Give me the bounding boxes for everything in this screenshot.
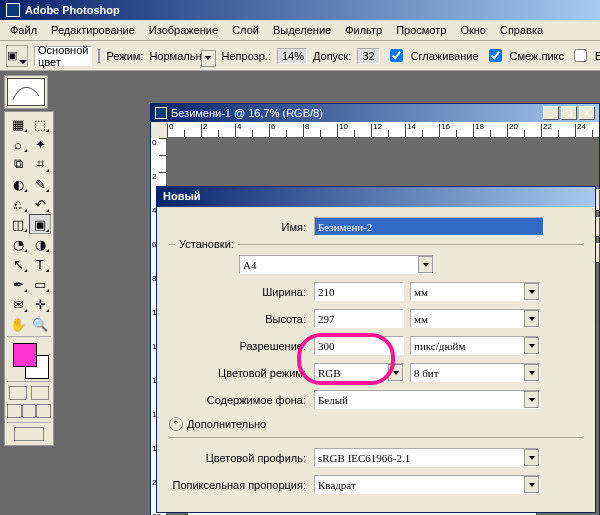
app-titlebar: Adobe Photoshop (0, 0, 600, 20)
contiguous-checkbox[interactable] (489, 49, 502, 62)
all-layers-label: Все (595, 50, 600, 62)
pixel-aspect-select[interactable]: Квадрат (314, 475, 540, 494)
contiguous-label: Смеж.пикс (510, 50, 564, 62)
notes-tool[interactable]: ✉ (7, 294, 29, 314)
menubar: Файл Редактирование Изображение Слой Выд… (0, 20, 600, 41)
shape-tool[interactable]: ▭ (29, 274, 51, 294)
menu-view[interactable]: Просмотр (390, 22, 452, 38)
quickmask-mode-icon[interactable] (31, 386, 49, 400)
color-mode-select[interactable]: RGB (314, 363, 404, 382)
maximize-button[interactable]: □ (561, 106, 577, 120)
history-brush-tool[interactable]: ↶ (29, 194, 51, 214)
stamp-tool[interactable]: ⎌ (7, 194, 29, 214)
antialias-checkbox[interactable] (390, 49, 403, 62)
app-title: Adobe Photoshop (25, 4, 120, 16)
pen-tool[interactable]: ✒ (7, 274, 29, 294)
screen-mode-1-icon[interactable] (7, 404, 22, 418)
all-layers-checkbox[interactable] (574, 49, 587, 62)
options-bar: ▣ Основной цвет Режим: Нормальный Непроз… (0, 41, 600, 71)
jump-to-icon[interactable] (14, 427, 44, 441)
slice-tool[interactable]: ⌗ (29, 154, 51, 174)
app-icon (6, 3, 20, 17)
height-label: Высота: (169, 313, 314, 325)
color-swatches[interactable] (7, 339, 51, 379)
tolerance-value[interactable]: 32 (357, 48, 379, 64)
document-thumbnail[interactable] (7, 78, 45, 106)
minimize-button[interactable]: _ (543, 106, 559, 120)
name-label: Имя: (169, 221, 314, 233)
close-button[interactable]: × (579, 106, 595, 120)
height-unit-select[interactable]: мм (410, 309, 540, 328)
menu-filter[interactable]: Фильтр (339, 22, 388, 38)
preset-select[interactable]: A4 (239, 255, 434, 274)
screen-mode-2-icon[interactable] (22, 404, 37, 418)
lasso-tool[interactable]: ⌕ (7, 134, 29, 154)
menu-file[interactable]: Файл (4, 22, 43, 38)
blur-tool[interactable]: ◔ (7, 234, 29, 254)
resolution-unit-select[interactable]: пикс/дюйм (410, 336, 540, 355)
eyedropper-tool[interactable]: ✛ (29, 294, 51, 314)
screen-mode-3-icon[interactable] (36, 404, 51, 418)
color-swatch-icon[interactable] (98, 49, 100, 63)
path-tool[interactable]: ↖ (7, 254, 29, 274)
chevron-icon: ⌃ (169, 417, 183, 431)
tolerance-label: Допуск: (313, 50, 351, 62)
heal-tool[interactable]: ◐ (7, 174, 29, 194)
standard-mode-icon[interactable] (9, 386, 27, 400)
color-profile-label: Цветовой профиль: (169, 452, 314, 464)
menu-image[interactable]: Изображение (143, 22, 224, 38)
marquee-tool[interactable]: ⬚ (29, 114, 51, 134)
background-label: Содержимое фона: (169, 394, 314, 406)
workspace: ▦⬚ ⌕✦ ⧉⌗ ◐✎ ⎌↶ ◫▣ ◔◑ ↖T ✒▭ ✉✛ ✋🔍 Бе (0, 71, 600, 515)
menu-select[interactable]: Выделение (267, 22, 337, 38)
resolution-label: Разрешение: (169, 340, 314, 352)
document-titlebar[interactable]: Безимени-1 @ 16,7% (RGB/8) _ □ × (151, 104, 599, 122)
foreground-color-swatch[interactable] (13, 343, 37, 367)
pixel-aspect-label: Попиксельная пропорция: (169, 479, 314, 491)
brush-tool[interactable]: ✎ (29, 174, 51, 194)
eraser-tool[interactable]: ◫ (7, 214, 29, 234)
color-profile-select[interactable]: sRGB IEC61966-2.1 (314, 448, 540, 467)
advanced-toggle[interactable]: ⌃ Дополнительно (169, 417, 583, 431)
document-icon (155, 107, 167, 119)
menu-window[interactable]: Окно (454, 22, 492, 38)
crop-tool[interactable]: ⧉ (7, 154, 29, 174)
width-unit-select[interactable]: мм (410, 282, 540, 301)
opacity-value[interactable]: 14% (277, 48, 307, 64)
bucket-tool-icon[interactable]: ▣ (6, 45, 28, 67)
color-mode-label: Цветовой режим: (169, 367, 314, 379)
new-document-dialog: Новый Имя: Установки: A4 Ширина: мм Высо… (156, 186, 596, 513)
resolution-input[interactable] (314, 336, 404, 355)
bit-depth-select[interactable]: 8 бит (410, 363, 540, 382)
fill-source-select[interactable]: Основной цвет (34, 46, 92, 66)
bucket-tool[interactable]: ▣ (29, 214, 51, 234)
toolbox: ▦⬚ ⌕✦ ⧉⌗ ◐✎ ⎌↶ ◫▣ ◔◑ ↖T ✒▭ ✉✛ ✋🔍 (4, 111, 54, 446)
mode-label: Режим: (106, 50, 143, 62)
name-input[interactable] (314, 217, 544, 236)
move-tool[interactable]: ▦ (7, 114, 29, 134)
type-tool[interactable]: T (29, 254, 51, 274)
opacity-label: Непрозр.: (222, 50, 271, 62)
hand-tool[interactable]: ✋ (7, 314, 29, 334)
width-input[interactable] (314, 282, 404, 301)
height-input[interactable] (314, 309, 404, 328)
mode-select[interactable]: Нормальный (149, 50, 215, 62)
dialog-titlebar[interactable]: Новый (157, 187, 595, 207)
horizontal-ruler: 02468101214161820222426 (167, 122, 599, 138)
antialias-label: Сглаживание (411, 50, 479, 62)
menu-layer[interactable]: Слой (226, 22, 265, 38)
width-label: Ширина: (169, 286, 314, 298)
background-select[interactable]: Белый (314, 390, 540, 409)
menu-help[interactable]: Справка (494, 22, 549, 38)
wand-tool[interactable]: ✦ (29, 134, 51, 154)
file-browser-thumb[interactable] (4, 75, 48, 109)
menu-edit[interactable]: Редактирование (45, 22, 141, 38)
dodge-tool[interactable]: ◑ (29, 234, 51, 254)
document-title: Безимени-1 @ 16,7% (RGB/8) (171, 107, 323, 119)
preset-label: Установки: (175, 238, 238, 250)
zoom-tool[interactable]: 🔍 (29, 314, 51, 334)
